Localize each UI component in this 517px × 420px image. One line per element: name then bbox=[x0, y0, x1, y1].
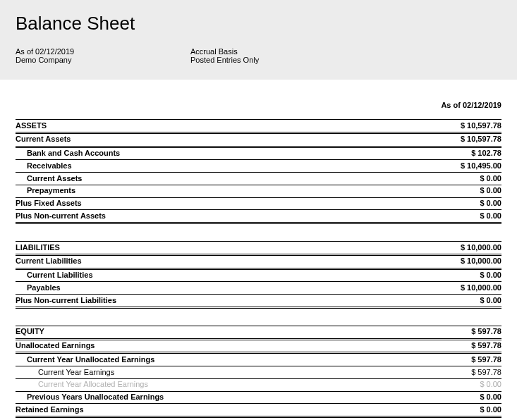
column-date: As of 02/12/2019 bbox=[16, 101, 501, 109]
current-liabilities-row: Current Liabilities $ 10,000.00 bbox=[16, 254, 501, 268]
assets-title: ASSETS bbox=[16, 121, 47, 131]
cy-allocated-label: Current Year Allocated Earnings bbox=[16, 380, 148, 390]
current-assets2-value: $ 0.00 bbox=[480, 174, 501, 184]
cy-earnings-row: Current Year Earnings $ 597.78 bbox=[16, 366, 501, 378]
noncurrent-assets-label: Plus Non-current Assets bbox=[16, 211, 106, 221]
assets-section: ASSETS $ 10,597.78 Current Assets $ 10,5… bbox=[16, 119, 501, 224]
bank-row: Bank and Cash Accounts $ 102.78 bbox=[16, 146, 501, 160]
retained-label: Retained Earnings bbox=[16, 405, 84, 415]
noncurrent-liabilities-value: $ 0.00 bbox=[480, 296, 501, 306]
report-meta: As of 02/12/2019 Demo Company Accrual Ba… bbox=[16, 47, 501, 64]
noncurrent-liabilities-row: Plus Non-current Liabilities $ 0.00 bbox=[16, 294, 501, 309]
current-assets2-label: Current Assets bbox=[16, 174, 82, 184]
equity-total-row: EQUITY $ 597.78 bbox=[16, 326, 501, 338]
current-liabilities2-row: Current Liabilities $ 0.00 bbox=[16, 268, 501, 282]
assets-total-row: ASSETS $ 10,597.78 bbox=[16, 119, 501, 132]
current-liabilities-value: $ 10,000.00 bbox=[461, 257, 501, 266]
meta-asof: As of 02/12/2019 bbox=[16, 47, 190, 56]
equity-section: EQUITY $ 597.78 Unallocated Earnings $ 5… bbox=[16, 326, 501, 418]
liabilities-total: $ 10,000.00 bbox=[461, 243, 501, 253]
fixed-value: $ 0.00 bbox=[480, 199, 501, 209]
noncurrent-liabilities-label: Plus Non-current Liabilities bbox=[16, 296, 116, 306]
prepayments-row: Prepayments $ 0.00 bbox=[16, 185, 501, 197]
bank-label: Bank and Cash Accounts bbox=[16, 149, 120, 159]
equity-title: EQUITY bbox=[16, 327, 44, 337]
receivables-value: $ 10,495.00 bbox=[461, 161, 501, 171]
report-header: Balance Sheet As of 02/12/2019 Demo Comp… bbox=[0, 0, 517, 80]
unallocated-label: Unallocated Earnings bbox=[16, 341, 95, 351]
unallocated-value: $ 597.78 bbox=[471, 341, 501, 351]
cy-unallocated-row: Current Year Unallocated Earnings $ 597.… bbox=[16, 352, 501, 366]
bank-value: $ 102.78 bbox=[471, 149, 501, 159]
current-liabilities-label: Current Liabilities bbox=[16, 257, 82, 266]
report-body: As of 02/12/2019 ASSETS $ 10,597.78 Curr… bbox=[0, 101, 517, 420]
current-assets-label: Current Assets bbox=[16, 135, 71, 144]
current-assets-row: Current Assets $ 10,597.78 bbox=[16, 132, 501, 146]
prev-label: Previous Years Unallocated Earnings bbox=[16, 393, 164, 402]
prev-value: $ 0.00 bbox=[480, 393, 501, 402]
payables-row: Payables $ 10,000.00 bbox=[16, 281, 501, 294]
current-assets-value: $ 10,597.78 bbox=[461, 135, 501, 144]
prev-unallocated-row: Previous Years Unallocated Earnings $ 0.… bbox=[16, 391, 501, 404]
cy-unallocated-value: $ 597.78 bbox=[471, 355, 501, 365]
noncurrent-assets-value: $ 0.00 bbox=[480, 211, 501, 221]
fixed-label: Plus Fixed Assets bbox=[16, 199, 82, 209]
current-assets2-row: Current Assets $ 0.00 bbox=[16, 172, 501, 185]
payables-value: $ 10,000.00 bbox=[461, 283, 501, 293]
cy-earnings-label: Current Year Earnings bbox=[16, 368, 114, 378]
receivables-label: Receivables bbox=[16, 161, 72, 171]
meta-basis: Accrual Basis bbox=[190, 47, 259, 56]
receivables-row: Receivables $ 10,495.00 bbox=[16, 159, 501, 172]
equity-total: $ 597.78 bbox=[471, 327, 501, 337]
unallocated-row: Unallocated Earnings $ 597.78 bbox=[16, 338, 501, 352]
meta-entries: Posted Entries Only bbox=[190, 56, 259, 64]
prepayments-value: $ 0.00 bbox=[480, 186, 501, 196]
liabilities-section: LIABILITIES $ 10,000.00 Current Liabilit… bbox=[16, 241, 501, 309]
payables-label: Payables bbox=[16, 283, 61, 293]
noncurrent-assets-row: Plus Non-current Assets $ 0.00 bbox=[16, 209, 501, 224]
current-liabilities2-value: $ 0.00 bbox=[480, 271, 501, 280]
fixed-assets-row: Plus Fixed Assets $ 0.00 bbox=[16, 197, 501, 210]
meta-company: Demo Company bbox=[16, 56, 190, 64]
cy-earnings-value: $ 597.78 bbox=[471, 368, 501, 378]
assets-total: $ 10,597.78 bbox=[461, 121, 501, 131]
retained-value: $ 0.00 bbox=[480, 405, 501, 415]
cy-allocated-row: Current Year Allocated Earnings $ 0.00 bbox=[16, 378, 501, 391]
liabilities-total-row: LIABILITIES $ 10,000.00 bbox=[16, 241, 501, 254]
cy-unallocated-label: Current Year Unallocated Earnings bbox=[16, 355, 154, 365]
prepayments-label: Prepayments bbox=[16, 186, 75, 196]
cy-allocated-value: $ 0.00 bbox=[480, 380, 501, 390]
retained-row: Retained Earnings $ 0.00 bbox=[16, 403, 501, 418]
current-liabilities2-label: Current Liabilities bbox=[16, 271, 93, 280]
liabilities-title: LIABILITIES bbox=[16, 243, 60, 253]
report-title: Balance Sheet bbox=[16, 13, 501, 35]
